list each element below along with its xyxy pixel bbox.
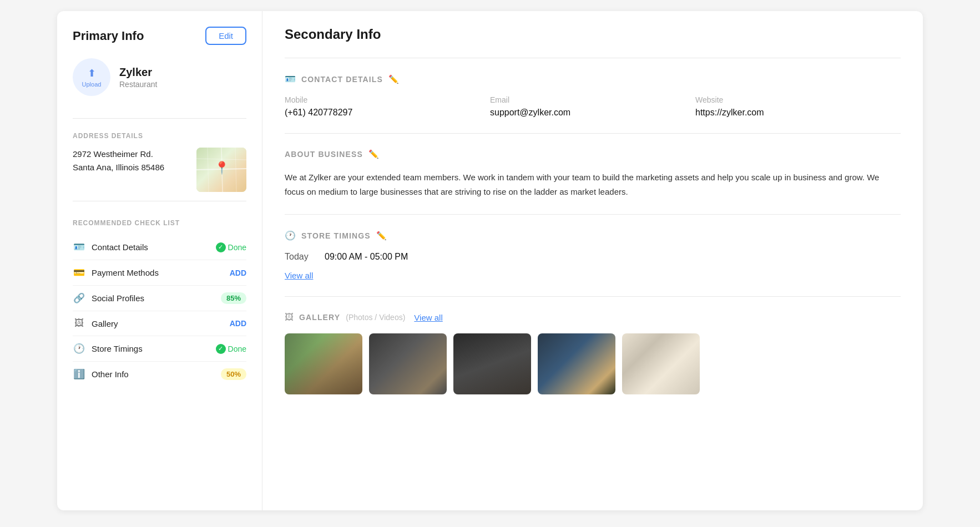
store-today-label: Today <box>285 252 318 262</box>
checklist-label-contact: Contact Details <box>92 242 209 252</box>
checklist-label-gallery: Gallery <box>92 319 223 328</box>
primary-info-title: Primary Info <box>73 29 144 43</box>
profile-row: ⬆ Upload Zylker Restaurant <box>73 58 246 96</box>
payment-status-add[interactable]: ADD <box>230 268 246 277</box>
checklist-item-payment[interactable]: 💳 Payment Methods ADD <box>73 260 246 286</box>
contact-details-header: 🪪 CONTACT DETAILS ✏️ <box>285 74 901 84</box>
mobile-value: (+61) 420778297 <box>285 108 490 118</box>
contact-email-col: Email support@zylker.com <box>490 95 695 118</box>
store-today-row: Today 09:00 AM - 05:00 PM <box>285 252 901 262</box>
checklist-label-social: Social Profiles <box>92 293 214 303</box>
contact-details-section: 🪪 CONTACT DETAILS ✏️ Mobile (+61) 420778… <box>285 58 901 133</box>
address-line1: 2972 Westheimer Rd. <box>73 148 164 161</box>
contact-website-col: Website https://zylker.com <box>695 95 901 118</box>
checklist-item-contact[interactable]: 🪪 Contact Details ✓ Done <box>73 235 246 260</box>
gallery-image-4[interactable] <box>538 333 615 394</box>
store-today-hours: 09:00 AM - 05:00 PM <box>325 252 408 262</box>
checklist-section: RECOMMENDED CHECK LIST 🪪 Contact Details… <box>73 215 246 387</box>
left-panel: Primary Info Edit ⬆ Upload Zylker Restau… <box>57 11 262 510</box>
social-icon: 🔗 <box>73 292 85 304</box>
address-line2: Santa Ana, Illinois 85486 <box>73 161 164 174</box>
checklist-label: RECOMMENDED CHECK LIST <box>73 219 246 227</box>
checklist-item-other[interactable]: ℹ️ Other Info 50% <box>73 362 246 387</box>
check-icon-contact: ✓ <box>216 242 226 252</box>
other-icon: ℹ️ <box>73 368 85 380</box>
divider-2 <box>73 201 246 201</box>
gallery-image-1[interactable] <box>285 333 362 394</box>
gallery-section: 🖼 GALLERY (Photos / Videos) View all <box>285 296 901 410</box>
contact-edit-icon[interactable]: ✏️ <box>388 74 399 84</box>
upload-icon: ⬆ <box>88 67 96 79</box>
website-value: https://zylker.com <box>695 108 901 118</box>
payment-icon: 💳 <box>73 267 85 278</box>
business-info: Zylker Restaurant <box>119 66 157 89</box>
about-business-section: ABOUT BUSINESS ✏️ We at Zylker are your … <box>285 133 901 214</box>
gallery-image-5[interactable] <box>622 333 700 394</box>
checklist-item-gallery[interactable]: 🖼 Gallery ADD <box>73 311 246 336</box>
right-panel: Secondary Info 🪪 CONTACT DETAILS ✏️ Mobi… <box>262 11 923 510</box>
gallery-grid <box>285 333 901 394</box>
business-name: Zylker <box>119 66 157 79</box>
gallery-view-all-link[interactable]: View all <box>414 313 442 322</box>
about-business-text: We at Zylker are your extended team memb… <box>285 170 901 199</box>
website-label: Website <box>695 95 901 104</box>
contact-icon: 🪪 <box>73 241 85 253</box>
mobile-label: Mobile <box>285 95 490 104</box>
upload-label: Upload <box>82 81 102 88</box>
store-status-done: ✓ Done <box>216 344 246 354</box>
address-section-label: ADDRESS DETAILS <box>73 132 246 140</box>
business-type: Restaurant <box>119 80 157 89</box>
gallery-sub-text: (Photos / Videos) <box>346 313 405 322</box>
divider-1 <box>73 118 246 119</box>
about-edit-icon[interactable]: ✏️ <box>368 149 379 159</box>
store-icon: 🕐 <box>73 343 85 354</box>
about-business-header: ABOUT BUSINESS ✏️ <box>285 149 901 159</box>
checklist-item-social[interactable]: 🔗 Social Profiles 85% <box>73 286 246 311</box>
gallery-section-icon: 🖼 <box>285 312 294 322</box>
social-status-percent: 85% <box>221 292 246 304</box>
contact-mobile-col: Mobile (+61) 420778297 <box>285 95 490 118</box>
edit-button[interactable]: Edit <box>205 27 246 45</box>
address-row: 2972 Westheimer Rd. Santa Ana, Illinois … <box>73 148 246 192</box>
gallery-title: GALLERY <box>299 313 340 322</box>
contact-status-done: ✓ Done <box>216 242 246 252</box>
contact-section-icon: 🪪 <box>285 74 296 84</box>
gallery-status-add[interactable]: ADD <box>230 319 246 328</box>
gallery-header: 🖼 GALLERY (Photos / Videos) View all <box>285 312 901 322</box>
gallery-icon: 🖼 <box>73 318 85 329</box>
other-status-percent: 50% <box>221 368 246 380</box>
store-timings-title: STORE TIMINGS <box>301 231 371 240</box>
store-edit-icon[interactable]: ✏️ <box>376 231 387 241</box>
check-icon-store: ✓ <box>216 344 226 354</box>
about-business-title: ABOUT BUSINESS <box>285 150 363 159</box>
gallery-image-3[interactable] <box>453 333 531 394</box>
checklist-item-store[interactable]: 🕐 Store Timings ✓ Done <box>73 336 246 362</box>
svg-line-4 <box>235 148 236 192</box>
secondary-info-title: Secondary Info <box>285 27 901 42</box>
checklist-label-store: Store Timings <box>92 344 209 353</box>
checklist-label-payment: Payment Methods <box>92 268 223 277</box>
email-label: Email <box>490 95 695 104</box>
map-thumbnail[interactable]: 📍 <box>196 148 246 192</box>
checklist-label-other: Other Info <box>92 369 214 379</box>
gallery-image-2[interactable] <box>369 333 447 394</box>
store-view-all-link[interactable]: View all <box>285 271 313 280</box>
contact-grid: Mobile (+61) 420778297 Email support@zyl… <box>285 95 901 118</box>
upload-avatar[interactable]: ⬆ Upload <box>73 58 110 96</box>
contact-details-title: CONTACT DETAILS <box>301 75 383 84</box>
email-value: support@zylker.com <box>490 108 695 118</box>
store-timings-section: 🕐 STORE TIMINGS ✏️ Today 09:00 AM - 05:0… <box>285 214 901 296</box>
left-header: Primary Info Edit <box>73 27 246 45</box>
map-pin: 📍 <box>214 161 229 175</box>
clock-icon: 🕐 <box>285 230 296 241</box>
main-container: Primary Info Edit ⬆ Upload Zylker Restau… <box>57 11 923 510</box>
store-timings-header: 🕐 STORE TIMINGS ✏️ <box>285 230 901 241</box>
